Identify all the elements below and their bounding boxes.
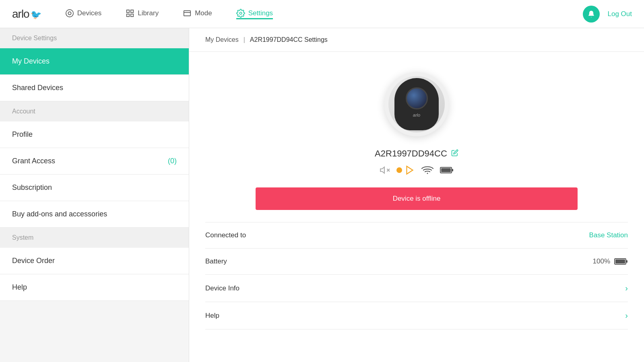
nav-item-devices[interactable]: Devices: [65, 9, 101, 19]
sidebar-item-help[interactable]: Help: [0, 274, 189, 301]
sidebar-section-device-settings: Device Settings: [0, 28, 189, 48]
svg-rect-17: [615, 259, 625, 263]
breadcrumb-current: A2R1997DD94CC Settings: [250, 36, 328, 43]
svg-rect-4: [127, 14, 129, 16]
sidebar-section-system: System: [0, 228, 189, 248]
device-detail: arlo A2R1997DD94CC: [189, 52, 644, 346]
device-info-label: Device Info: [205, 284, 239, 292]
breadcrumb: My Devices | A2R1997DD94CC Settings: [189, 28, 644, 52]
battery-label: Battery: [205, 257, 227, 265]
nav-item-library[interactable]: Library: [126, 9, 159, 19]
svg-point-12: [427, 173, 428, 174]
main-nav: Devices Library Mode Se: [65, 9, 583, 19]
camera-brand-logo: arlo: [413, 113, 420, 117]
device-name-row: A2R1997DD94CC: [375, 148, 458, 159]
svg-point-0: [66, 9, 73, 16]
battery-status-icon: [440, 166, 454, 174]
edit-icon[interactable]: [451, 149, 458, 158]
breadcrumb-separator: |: [244, 36, 245, 43]
wifi-status-icon: [421, 165, 433, 175]
sidebar-item-grant-access[interactable]: Grant Access (0): [0, 148, 189, 175]
sidebar-item-buy-addons[interactable]: Buy add-ons and accessories: [0, 201, 189, 228]
device-info-row[interactable]: Device Info ›: [205, 275, 628, 302]
camera-inner: arlo: [388, 76, 445, 132]
logo-bird-icon: 🐦: [31, 10, 41, 20]
logo-text: arlo🐦: [12, 8, 41, 21]
connected-to-label: Connected to: [205, 231, 246, 239]
breadcrumb-link[interactable]: My Devices: [205, 36, 239, 43]
header-right: Log Out: [583, 6, 632, 23]
svg-rect-18: [626, 260, 627, 263]
status-icons: [380, 165, 454, 175]
camera-image: arlo: [380, 68, 453, 140]
camera-front: arlo: [394, 78, 439, 130]
offline-banner: Device is offline: [256, 187, 578, 210]
svg-rect-3: [131, 10, 133, 12]
camera-body: arlo: [384, 72, 449, 136]
svg-marker-9: [380, 167, 384, 173]
connected-to-row: Connected to Base Station: [205, 222, 628, 249]
header: arlo🐦 Devices Library: [0, 0, 644, 28]
svg-rect-14: [441, 168, 451, 172]
camera-container: arlo A2R1997DD94CC: [205, 68, 628, 210]
help-label: Help: [205, 312, 219, 320]
sidebar-section-account: Account: [0, 101, 189, 121]
battery-value-group: 100%: [593, 257, 628, 265]
nav-item-settings[interactable]: Settings: [236, 9, 273, 19]
svg-point-1: [68, 12, 71, 14]
sidebar-item-device-order[interactable]: Device Order: [0, 248, 189, 274]
motion-dot: [396, 167, 402, 173]
sidebar-item-my-devices[interactable]: My Devices: [0, 48, 189, 75]
svg-point-8: [239, 12, 242, 14]
sidebar-item-subscription[interactable]: Subscription: [0, 175, 189, 201]
sidebar: Device Settings My Devices Shared Device…: [0, 28, 189, 362]
battery-percent: 100%: [593, 257, 610, 265]
help-chevron-icon: ›: [625, 311, 628, 320]
logo[interactable]: arlo🐦: [12, 8, 41, 21]
notification-icon: [587, 10, 595, 18]
camera-lens: [406, 87, 428, 109]
main-layout: Device Settings My Devices Shared Device…: [0, 28, 644, 362]
battery-full-icon: [614, 257, 628, 265]
motion-status-icon: [396, 165, 415, 175]
logout-button[interactable]: Log Out: [608, 10, 632, 18]
nav-item-mode[interactable]: Mode: [183, 9, 212, 19]
sidebar-item-shared-devices[interactable]: Shared Devices: [0, 75, 189, 101]
help-row[interactable]: Help ›: [205, 302, 628, 329]
notification-button[interactable]: [583, 6, 600, 23]
battery-row: Battery 100%: [205, 249, 628, 275]
devices-icon: [65, 9, 74, 18]
svg-rect-15: [452, 169, 453, 171]
settings-icon: [236, 9, 245, 18]
svg-rect-6: [184, 10, 191, 16]
device-name: A2R1997DD94CC: [375, 148, 447, 159]
svg-rect-5: [131, 14, 133, 16]
library-icon: [126, 9, 134, 18]
connected-to-value[interactable]: Base Station: [589, 231, 628, 239]
device-info-chevron-icon: ›: [625, 284, 628, 293]
sidebar-item-profile[interactable]: Profile: [0, 121, 189, 148]
mode-icon: [183, 9, 192, 18]
content-area: My Devices | A2R1997DD94CC Settings arlo: [189, 28, 644, 362]
sound-status-icon: [380, 165, 390, 175]
svg-rect-2: [127, 10, 129, 12]
info-section: Connected to Base Station Battery 100%: [205, 222, 628, 329]
